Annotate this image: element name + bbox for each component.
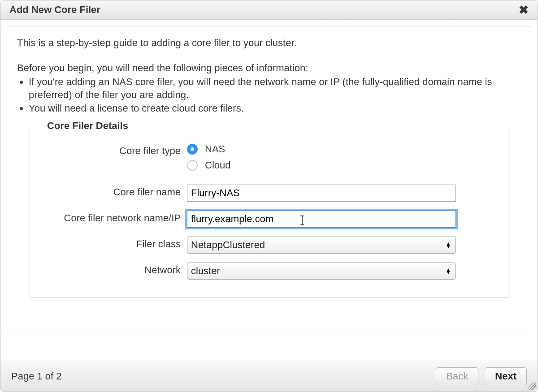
radio-icon[interactable] xyxy=(187,160,198,171)
close-icon[interactable]: ✖ xyxy=(519,4,529,16)
row-core-filer-type: Core filer type NAS Cloud xyxy=(43,143,495,176)
label-core-filer-type: Core filer type xyxy=(43,143,187,157)
network-value: cluster xyxy=(191,265,220,277)
row-network: Network cluster ▲▼ xyxy=(43,263,495,280)
filer-class-value: NetappClustered xyxy=(191,239,265,251)
label-filer-class: Filer class xyxy=(43,237,187,250)
filer-class-select[interactable]: NetappClustered ▲▼ xyxy=(187,237,456,254)
resize-grip-icon[interactable] xyxy=(528,382,536,390)
add-core-filer-dialog: Add New Core Filer ✖ This is a step-by-s… xyxy=(0,0,538,392)
label-network: Network xyxy=(43,263,187,276)
row-filer-class: Filer class NetappClustered ▲▼ xyxy=(43,237,495,254)
fieldset-legend: Core Filer Details xyxy=(43,120,133,132)
inner-panel: This is a step-by-step guide to adding a… xyxy=(7,26,531,335)
radio-option-nas[interactable]: NAS xyxy=(187,143,495,155)
core-filer-name-input[interactable] xyxy=(187,185,456,202)
row-core-filer-name: Core filer name xyxy=(43,185,495,202)
dialog-titlebar: Add New Core Filer ✖ xyxy=(0,0,538,20)
footer-buttons: Back Next xyxy=(436,367,527,385)
intro-text: This is a step-by-step guide to adding a… xyxy=(17,37,521,115)
label-core-filer-network: Core filer network name/IP xyxy=(43,211,187,224)
intro-item-nas: If you're adding an NAS core filer, you … xyxy=(29,76,521,101)
intro-item-license: You will need a license to create cloud … xyxy=(29,102,521,115)
dialog-footer: Page 1 of 2 Back Next xyxy=(0,361,538,392)
intro-list: If you're adding an NAS core filer, you … xyxy=(29,76,521,115)
core-filer-network-input[interactable] xyxy=(187,211,456,228)
back-button[interactable]: Back xyxy=(436,367,478,385)
radio-icon[interactable] xyxy=(187,144,198,155)
label-core-filer-name: Core filer name xyxy=(43,185,187,198)
chevron-updown-icon: ▲▼ xyxy=(446,268,451,274)
intro-paragraph-1: This is a step-by-step guide to adding a… xyxy=(17,37,521,49)
network-select[interactable]: cluster ▲▼ xyxy=(187,263,456,280)
core-filer-type-options: NAS Cloud xyxy=(187,143,495,176)
radio-label-cloud: Cloud xyxy=(205,159,230,171)
page-indicator: Page 1 of 2 xyxy=(11,370,62,382)
dialog-title: Add New Core Filer xyxy=(9,4,100,16)
row-core-filer-network: Core filer network name/IP xyxy=(43,211,495,228)
intro-paragraph-2: Before you begin, you will need the foll… xyxy=(17,62,521,74)
core-filer-details-fieldset: Core Filer Details Core filer type NAS C… xyxy=(30,127,508,298)
next-button[interactable]: Next xyxy=(485,367,527,385)
chevron-updown-icon: ▲▼ xyxy=(446,242,451,248)
radio-option-cloud[interactable]: Cloud xyxy=(187,159,495,171)
dialog-body: This is a step-by-step guide to adding a… xyxy=(0,20,538,341)
radio-label-nas: NAS xyxy=(205,143,225,155)
